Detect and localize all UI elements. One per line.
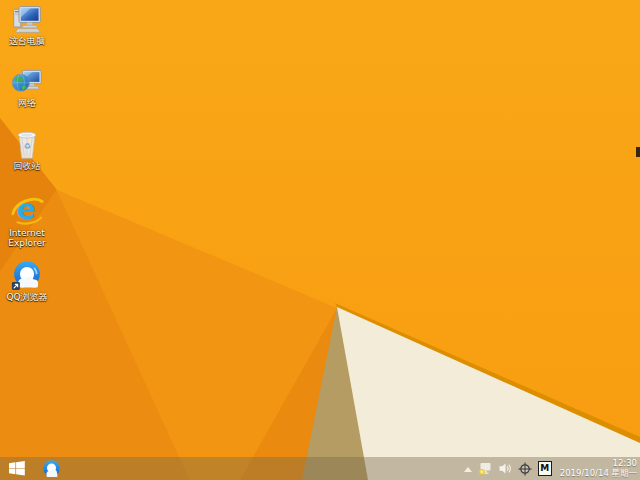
desktop-screen: 这台电脑 网络 ♻ 回收站 e — [0, 0, 640, 480]
icon-label-this-pc: 这台电脑 — [0, 36, 54, 46]
taskbar-qq-browser-button[interactable] — [38, 457, 64, 480]
icon-label-network: 网络 — [0, 98, 54, 108]
system-tray: M 12:30 2019/10/14 星期一 — [464, 459, 640, 478]
wallpaper — [0, 0, 640, 480]
qq-browser-taskbar-icon — [42, 459, 61, 478]
desktop-icon-qq-browser[interactable]: QQ浏览器 — [0, 259, 54, 302]
start-button[interactable] — [4, 457, 30, 480]
taskbar-clock[interactable]: 12:30 2019/10/14 星期一 — [558, 459, 637, 478]
tray-crosshair-icon[interactable] — [518, 462, 532, 476]
recycle-bin-icon: ♻ — [12, 128, 42, 160]
windows-logo-icon — [9, 461, 25, 476]
desktop-icon-network[interactable]: 网络 — [0, 65, 54, 108]
desktop-icon-internet-explorer[interactable]: e Internet Explorer — [0, 193, 54, 248]
desktop-icon-recycle-bin[interactable]: ♻ 回收站 — [0, 128, 54, 171]
network-icon — [11, 65, 43, 97]
show-hidden-icons-button[interactable] — [464, 467, 472, 472]
clock-date: 2019/10/14 星期一 — [560, 469, 637, 479]
desktop-icon-this-pc[interactable]: 这台电脑 — [0, 3, 54, 46]
icon-label-qq-browser: QQ浏览器 — [0, 292, 54, 302]
dark-mark — [636, 147, 640, 157]
icon-label-internet-explorer: Internet Explorer — [0, 228, 54, 248]
svg-text:♻: ♻ — [23, 142, 30, 151]
taskbar: M 12:30 2019/10/14 星期一 — [0, 457, 640, 480]
volume-icon[interactable] — [499, 462, 512, 475]
qq-browser-icon — [11, 259, 43, 291]
internet-explorer-icon: e — [10, 193, 44, 227]
this-pc-icon — [11, 3, 43, 35]
network-status-icon[interactable] — [478, 462, 493, 476]
input-method-indicator[interactable]: M — [538, 461, 552, 476]
icon-label-recycle-bin: 回收站 — [0, 161, 54, 171]
